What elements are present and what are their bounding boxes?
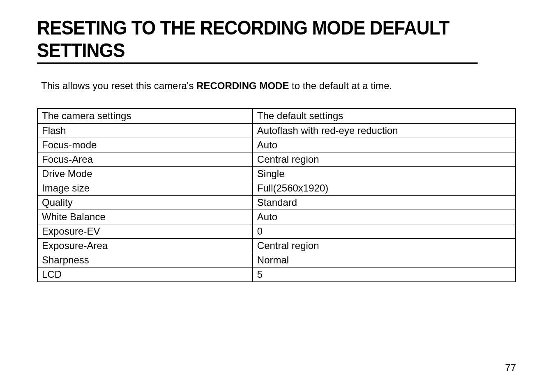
- intro-text: This allows you reset this camera's RECO…: [37, 80, 516, 92]
- table-cell-default: Autoflash with red-eye reduction: [253, 123, 516, 138]
- table-row: Focus-modeAuto: [37, 138, 516, 152]
- table-row: White BalanceAuto: [37, 210, 516, 224]
- table-row: Drive ModeSingle: [37, 167, 516, 181]
- page-title: RESETING TO THE RECORDING MODE DEFAULT S…: [37, 16, 478, 64]
- table-body: FlashAutoflash with red-eye reductionFoc…: [37, 123, 516, 282]
- settings-table: The camera settings The default settings…: [37, 108, 516, 282]
- table-cell-setting: Flash: [37, 123, 253, 138]
- table-cell-default: Auto: [253, 138, 516, 152]
- table-header-default: The default settings: [253, 108, 516, 123]
- table-header-row: The camera settings The default settings: [37, 108, 516, 123]
- table-cell-default: Central region: [253, 239, 516, 253]
- intro-suffix: to the default at a time.: [289, 80, 392, 91]
- intro-prefix: This allows you reset this camera's: [41, 80, 196, 91]
- table-cell-default: Normal: [253, 253, 516, 267]
- table-cell-setting: Focus-Area: [37, 152, 253, 167]
- table-cell-setting: Exposure-Area: [37, 239, 253, 253]
- table-row: LCD5: [37, 267, 516, 282]
- intro-bold: RECORDING MODE: [196, 80, 289, 91]
- table-cell-default: Auto: [253, 210, 516, 224]
- table-row: Exposure-EV0: [37, 224, 516, 239]
- table-row: FlashAutoflash with red-eye reduction: [37, 123, 516, 138]
- table-cell-setting: LCD: [37, 267, 253, 282]
- table-row: Image sizeFull(2560x1920): [37, 181, 516, 196]
- table-cell-default: 0: [253, 224, 516, 239]
- table-header-setting: The camera settings: [37, 108, 253, 123]
- table-row: SharpnessNormal: [37, 253, 516, 267]
- page-number: 77: [505, 362, 516, 374]
- table-cell-setting: White Balance: [37, 210, 253, 224]
- table-cell-setting: Image size: [37, 181, 253, 196]
- table-cell-setting: Quality: [37, 196, 253, 210]
- table-cell-default: Single: [253, 167, 516, 181]
- table-cell-setting: Focus-mode: [37, 138, 253, 152]
- table-cell-default: Central region: [253, 152, 516, 167]
- table-cell-default: Standard: [253, 196, 516, 210]
- table-cell-default: Full(2560x1920): [253, 181, 516, 196]
- table-cell-setting: Sharpness: [37, 253, 253, 267]
- table-cell-default: 5: [253, 267, 516, 282]
- table-row: QualityStandard: [37, 196, 516, 210]
- table-row: Exposure-AreaCentral region: [37, 239, 516, 253]
- table-cell-setting: Exposure-EV: [37, 224, 253, 239]
- table-row: Focus-AreaCentral region: [37, 152, 516, 167]
- table-cell-setting: Drive Mode: [37, 167, 253, 181]
